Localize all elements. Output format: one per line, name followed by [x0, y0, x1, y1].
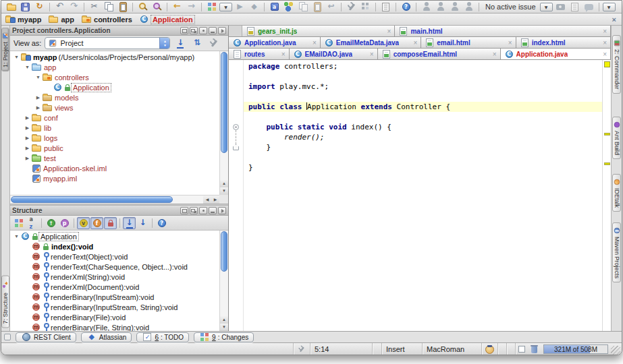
project-vscrollbar[interactable]: ▲ ▼	[219, 51, 228, 195]
tab-close-icon[interactable]: ×	[385, 28, 391, 35]
structure-item-row[interactable]: mrenderBinary(InputStream):void	[10, 292, 228, 302]
code-line[interactable]	[244, 71, 602, 82]
collapse-all-button[interactable]: ⇅	[190, 37, 204, 50]
caret-position[interactable]: 5:14	[310, 343, 372, 355]
expander-icon[interactable]: ▶	[24, 146, 31, 151]
user-add-button[interactable]	[419, 1, 433, 13]
editor-tab[interactable]: CApplication.java×	[501, 49, 611, 59]
vscroll-thumb[interactable]	[221, 231, 227, 272]
hide-button[interactable]	[218, 27, 226, 34]
project-structure-button[interactable]	[358, 1, 373, 13]
breadcrumb-item[interactable]: app	[48, 14, 74, 24]
show-non-public-toggle[interactable]	[104, 217, 117, 229]
structure-vscrollbar[interactable]: ▲ ▼	[219, 231, 228, 331]
paste-button[interactable]	[115, 1, 130, 13]
dock-button[interactable]	[190, 27, 198, 34]
editor-tab[interactable]: gears_init.js×	[242, 26, 395, 36]
inspector-cell[interactable]	[481, 343, 497, 355]
replace-button[interactable]	[150, 1, 164, 13]
user-one-button[interactable]	[448, 1, 462, 13]
warning-mark[interactable]	[604, 133, 610, 135]
toolwindow-button-idetalk[interactable]: IDEtalk	[612, 174, 621, 212]
float-button[interactable]	[180, 27, 188, 34]
editor[interactable]: package controllers;import play.mvc.*;pu…	[229, 60, 611, 331]
save-button[interactable]	[18, 1, 32, 13]
code-line-current[interactable]: public class Application extends Control…	[244, 102, 602, 112]
scroll-left-icon[interactable]: ◀	[203, 195, 211, 204]
close-icon[interactable]: ×	[612, 16, 618, 24]
expander-icon[interactable]: ▶	[24, 156, 31, 161]
pin-button[interactable]	[199, 27, 207, 34]
toolwindow-button-atlassian[interactable]: ◆Atlassian	[81, 332, 132, 342]
toolwindow-toggle-icon[interactable]	[4, 334, 11, 340]
inspection-status-icon[interactable]	[604, 61, 610, 67]
redo-button[interactable]: ↷	[67, 1, 81, 13]
debug-button[interactable]: ◆	[247, 1, 261, 13]
toolwindow-button--structure[interactable]: 7: Structure	[1, 276, 9, 328]
project-tree-item-row[interactable]: ▶conf	[10, 113, 228, 123]
project-hscrollbar[interactable]: ◀ ▶	[10, 195, 219, 204]
readonly-cell[interactable]	[515, 343, 528, 355]
editor-tab[interactable]: index.html×	[516, 37, 611, 48]
file-encoding-indicator[interactable]: MacRoman	[422, 343, 481, 355]
minimize-button[interactable]	[209, 207, 217, 214]
code-line[interactable]: import play.mvc.*;	[244, 82, 602, 92]
structure-item-row[interactable]: mrenderBinary(InputStream, String):void	[10, 302, 228, 312]
export-jar-button[interactable]: a	[267, 1, 281, 13]
undo-button[interactable]: ↶	[53, 1, 67, 13]
project-tree-item-row[interactable]: ▼app	[10, 62, 228, 72]
code-line[interactable]: public static void index() {	[244, 122, 602, 132]
structure-item-row[interactable]: mrenderBinary(File):void	[10, 312, 228, 322]
structure-item-row[interactable]: mindex():void	[10, 241, 228, 251]
scroll-up-icon[interactable]: ▲	[220, 316, 228, 324]
structure-item-row[interactable]: mrenderBinary(File, String):void	[10, 322, 228, 331]
rollback-button[interactable]: ↩	[324, 1, 338, 13]
code-line[interactable]: }	[244, 142, 602, 152]
structure-item-row[interactable]: ▼CApplication	[10, 231, 228, 241]
code-line[interactable]	[244, 112, 602, 122]
tab-close-icon[interactable]: ×	[279, 51, 286, 58]
code-line[interactable]	[244, 92, 602, 102]
memory-indicator[interactable]: 321M of 508M	[543, 344, 608, 354]
settings-button[interactable]	[344, 1, 358, 13]
camera-button[interactable]	[553, 1, 568, 13]
breadcrumb-item[interactable]: CApplication	[139, 14, 194, 24]
toolwindow-button-rest-client[interactable]: REST Client	[16, 332, 76, 342]
project-tree-item-row[interactable]: Application-skel.iml	[10, 163, 228, 173]
user-search-button[interactable]	[462, 1, 476, 13]
view-options-button[interactable]	[207, 37, 221, 50]
copy-button[interactable]	[101, 1, 115, 13]
project-tree-item-row[interactable]: ▶logs	[10, 133, 228, 143]
project-tree-item-row[interactable]: ▼controllers	[10, 72, 228, 82]
module-copy-button[interactable]	[296, 1, 310, 13]
tab-close-icon[interactable]: ×	[310, 39, 317, 47]
project-tree-item-row[interactable]: ▶lib	[10, 123, 228, 133]
resize-grip[interactable]	[611, 346, 620, 355]
editor-tab[interactable]: CApplication.java×	[229, 37, 321, 48]
tab-close-icon[interactable]: ×	[490, 51, 497, 58]
scroll-down-icon[interactable]: ▼	[220, 324, 228, 331]
breadcrumb-item[interactable]: myapp	[5, 14, 41, 24]
sync-button[interactable]: ↻	[32, 1, 47, 13]
editor-tab[interactable]: routes×	[229, 49, 290, 59]
expander-icon[interactable]: ▶	[34, 95, 42, 100]
tab-close-icon[interactable]: ×	[600, 51, 607, 58]
expander-icon[interactable]: ▼	[13, 234, 20, 239]
expander-icon[interactable]: ▼	[13, 55, 20, 59]
help-button[interactable]: ?	[399, 1, 413, 13]
gc-cell[interactable]	[528, 343, 541, 355]
run-config-dropdown-button[interactable]: ▼	[219, 1, 233, 13]
expander-icon[interactable]: ▼	[34, 75, 42, 80]
toolwindow-button-maven-projects[interactable]: mMaven Projects	[612, 222, 621, 282]
editor-tab[interactable]: CEmailMetaData.java×	[321, 37, 422, 48]
code-line[interactable]: render();	[244, 132, 602, 142]
structure-item-row[interactable]: mrenderXml(Document):void	[10, 282, 228, 292]
editor-gutter[interactable]	[229, 60, 244, 331]
error-stripe[interactable]	[602, 60, 611, 331]
readonly-checkbox[interactable]	[518, 346, 525, 353]
expander-icon[interactable]: ▶	[24, 135, 31, 141]
sort-by-visibility-toggle[interactable]	[12, 217, 25, 229]
vscroll-thumb[interactable]	[221, 52, 227, 153]
toolwindow-button-9-changes[interactable]: 9: Changes	[194, 332, 254, 342]
cut-button[interactable]: ✂	[87, 1, 101, 13]
